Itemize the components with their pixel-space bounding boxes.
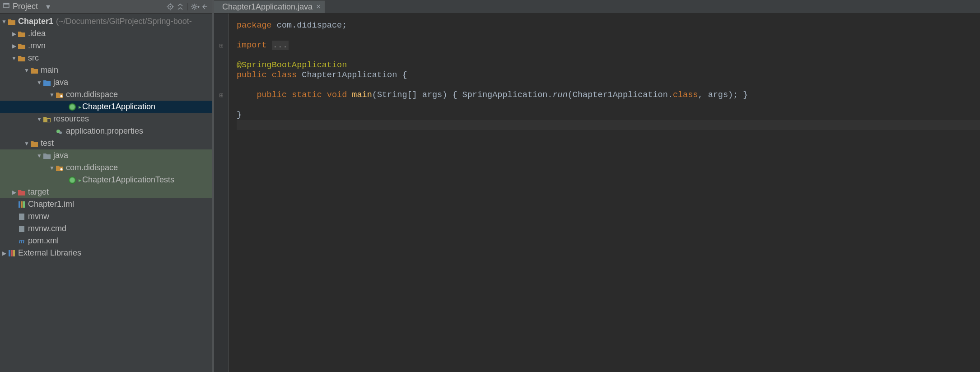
tree-item-target[interactable]: ▶ target	[0, 186, 212, 198]
tree-label: com.didispace	[66, 163, 118, 172]
text-file-icon	[17, 224, 26, 233]
svg-line-15	[192, 8, 193, 9]
code-token: Chapter1Application {	[302, 70, 407, 80]
editor-tab[interactable]: Chapter1Application.java ×	[214, 0, 325, 13]
code-token: main	[352, 90, 372, 100]
tree-item-tests-class[interactable]: ▶ ▸ Chapter1ApplicationTests	[0, 174, 212, 186]
tree-item-app-properties[interactable]: ▶ application.properties	[0, 125, 212, 137]
maven-pom-icon: m	[17, 237, 26, 246]
code-token: @SpringBootApplication	[237, 60, 347, 70]
svg-rect-25	[20, 218, 23, 218]
code-token: void	[327, 90, 352, 100]
tree-external-libraries[interactable]: ▶ External Libraries	[0, 247, 212, 259]
package-icon	[55, 163, 64, 172]
hide-panel-icon[interactable]	[200, 2, 210, 12]
folder-icon	[17, 54, 26, 63]
tree-label: mvnw.cmd	[28, 224, 66, 233]
tree-label: mvnw	[28, 212, 49, 221]
code-token: (Chapter1Application.	[568, 90, 673, 100]
svg-point-8	[193, 5, 196, 8]
project-view-icon	[3, 2, 10, 11]
close-tab-icon[interactable]: ×	[316, 3, 320, 11]
tree-item-mvnw-cmd[interactable]: ▶ mvnw.cmd	[0, 223, 212, 235]
code-folded[interactable]: ...	[272, 41, 289, 50]
project-sidebar: Project ▾ ▾ ▼ Chapter1	[0, 0, 212, 372]
svg-point-20	[59, 131, 62, 134]
runnable-arrow-icon: ▸	[79, 177, 81, 183]
tree-item-test[interactable]: ▼ test	[0, 137, 212, 149]
svg-rect-27	[20, 227, 23, 228]
tree-label: Chapter1.iml	[28, 200, 74, 209]
tree-item-idea[interactable]: ▶ .idea	[0, 28, 212, 40]
tree-label: target	[28, 187, 49, 197]
tree-label: resources	[53, 114, 89, 124]
tree-item-package-main[interactable]: ▼ com.didispace	[0, 88, 212, 101]
tree-label: pom.xml	[28, 236, 59, 246]
tree-label: java	[53, 78, 68, 87]
svg-rect-28	[20, 228, 23, 229]
editor-tab-bar: Chapter1Application.java ×	[214, 0, 980, 14]
tree-label: com.didispace	[66, 90, 118, 99]
svg-point-17	[61, 95, 63, 97]
code-token: class	[272, 70, 302, 80]
svg-rect-1	[4, 3, 9, 5]
fold-expand-icon[interactable]: ⊞	[214, 90, 228, 100]
runnable-arrow-icon: ▸	[79, 104, 81, 110]
svg-rect-23	[20, 215, 23, 215]
code-token: com.didispace;	[272, 21, 347, 30]
code-token: public	[237, 90, 292, 100]
svg-line-14	[196, 8, 196, 9]
chevron-down-icon[interactable]: ▾	[46, 2, 50, 12]
tree-item-java-main[interactable]: ▼ java	[0, 76, 212, 88]
collapse-all-icon[interactable]	[175, 2, 185, 12]
tree-path-hint: (~/Documents/GitProject/Spring-boot-	[56, 17, 192, 26]
code-token: class	[673, 90, 698, 100]
locate-icon[interactable]	[165, 2, 175, 12]
editor-tab-label: Chapter1Application.java	[222, 2, 313, 12]
test-source-folder-icon	[42, 151, 51, 160]
tree-label: main	[41, 65, 58, 75]
tree-label: test	[41, 139, 54, 148]
code-token: (String[] args) { SpringApplication.	[372, 90, 553, 100]
tree-item-package-test[interactable]: ▼ com.didispace	[0, 162, 212, 174]
svg-rect-29	[20, 230, 23, 230]
code-token: import	[237, 41, 272, 50]
resources-folder-icon	[42, 115, 51, 124]
tree-item-resources[interactable]: ▼ resources	[0, 113, 212, 125]
tree-item-src[interactable]: ▼ src	[0, 52, 212, 64]
code-token: run	[552, 90, 567, 100]
code-editor[interactable]: package com.didispace; import ... @Sprin…	[229, 14, 980, 372]
tree-label: java	[53, 151, 68, 160]
tree-root[interactable]: ▼ Chapter1 (~/Documents/GitProject/Sprin…	[0, 15, 212, 28]
tree-label: Chapter1Application	[82, 102, 155, 112]
iml-file-icon	[17, 200, 26, 209]
tree-item-main[interactable]: ▼ main	[0, 64, 212, 76]
tree-item-java-test[interactable]: ▼ java	[0, 149, 212, 162]
tree-item-mvn[interactable]: ▶ .mvn	[0, 40, 212, 52]
tree-label: External Libraries	[18, 248, 81, 258]
project-tree[interactable]: ▼ Chapter1 (~/Documents/GitProject/Sprin…	[0, 14, 212, 372]
package-icon	[55, 90, 64, 99]
text-file-icon	[17, 212, 26, 221]
folder-icon	[17, 29, 26, 38]
svg-line-16	[196, 5, 196, 5]
code-token: package	[237, 21, 272, 30]
tree-item-pom[interactable]: ▶ m pom.xml	[0, 235, 212, 247]
java-class-icon	[68, 102, 77, 112]
folder-icon	[30, 66, 39, 75]
tree-item-iml[interactable]: ▶ Chapter1.iml	[0, 198, 212, 210]
editor-pane: Chapter1Application.java × ⊞ ⊞ package c…	[214, 0, 980, 372]
source-folder-icon	[42, 78, 51, 87]
svg-rect-18	[47, 119, 50, 122]
java-class-icon	[68, 176, 77, 185]
tree-label: .mvn	[28, 41, 46, 51]
svg-rect-24	[20, 216, 23, 217]
sidebar-title[interactable]: Project	[13, 2, 38, 11]
tree-label: src	[28, 53, 39, 63]
tree-label: .idea	[28, 29, 46, 38]
tree-item-mvnw[interactable]: ▶ mvnw	[0, 210, 212, 223]
folder-icon	[17, 42, 26, 51]
tree-item-app-class[interactable]: ▶ ▸ Chapter1Application	[0, 101, 212, 113]
fold-expand-icon[interactable]: ⊞	[214, 41, 228, 51]
excluded-folder-icon	[17, 188, 26, 197]
